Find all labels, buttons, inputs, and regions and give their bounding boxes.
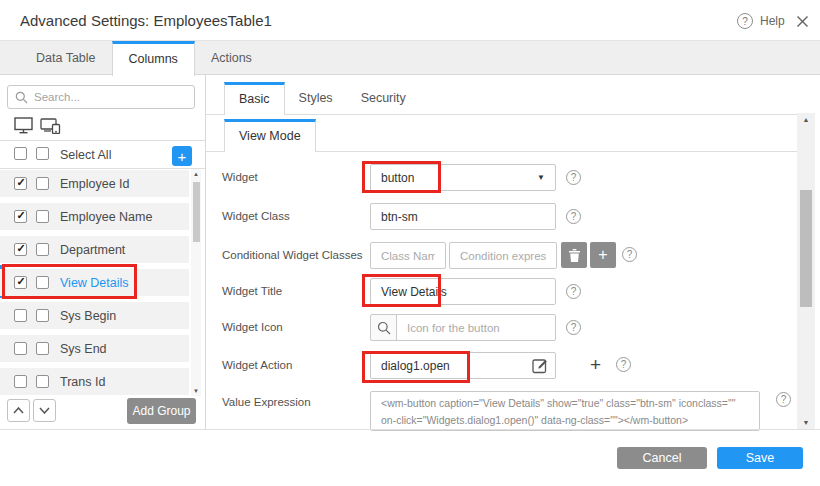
column-row-sys-begin[interactable]: Sys Begin [0, 302, 189, 329]
search-box[interactable] [7, 85, 195, 109]
web-checkbox[interactable] [14, 276, 27, 289]
search-icon [15, 91, 28, 104]
select-all-web-checkbox[interactable] [14, 147, 27, 160]
scroll-down-icon[interactable]: ▼ [191, 388, 201, 394]
mobile-checkbox[interactable] [36, 342, 49, 355]
condition-expression-input[interactable] [449, 242, 557, 269]
tab-security[interactable]: Security [347, 82, 420, 115]
column-label: Sys Begin [60, 309, 116, 323]
save-button[interactable]: Save [717, 447, 803, 469]
web-checkbox[interactable] [14, 309, 27, 322]
move-down-button[interactable] [33, 399, 56, 422]
mobile-checkbox[interactable] [36, 177, 49, 190]
column-row-view-details[interactable]: View Details [0, 269, 189, 296]
tab-data-table[interactable]: Data Table [20, 41, 112, 75]
icon-search-addon[interactable] [370, 314, 397, 341]
delete-condition-button[interactable] [561, 242, 587, 268]
tab-columns[interactable]: Columns [112, 41, 195, 76]
widget-title-label: Widget Title [222, 285, 282, 297]
select-all-label: Select All [60, 148, 111, 162]
search-input[interactable] [34, 91, 187, 103]
tab-actions[interactable]: Actions [195, 41, 268, 75]
widget-action-label: Widget Action [222, 359, 292, 371]
widget-action-help-icon[interactable]: ? [616, 357, 631, 372]
panel-tab-bar: Basic Styles Security [224, 82, 420, 115]
mobile-checkbox[interactable] [36, 210, 49, 223]
value-expression-help-icon[interactable]: ? [776, 392, 791, 407]
dialog-header: Advanced Settings: EmployeesTable1 ? Hel… [0, 0, 820, 41]
help-icon[interactable]: ? [737, 13, 753, 29]
mobile-checkbox[interactable] [36, 375, 49, 388]
widget-action-input[interactable] [370, 352, 556, 379]
add-column-button[interactable]: + [172, 146, 192, 166]
mobile-checkbox[interactable] [36, 276, 49, 289]
scroll-thumb[interactable] [800, 190, 812, 307]
add-condition-button[interactable]: + [590, 242, 616, 268]
panel-scrollbar[interactable]: ▲ ▼ [797, 113, 815, 429]
dialog-title: Advanced Settings: EmployeesTable1 [20, 12, 272, 29]
web-checkbox[interactable] [14, 243, 27, 256]
widget-title-input[interactable] [370, 278, 556, 305]
web-checkbox[interactable] [14, 375, 27, 388]
scroll-up-icon[interactable]: ▲ [191, 171, 201, 177]
widget-help-icon[interactable]: ? [566, 170, 581, 185]
add-group-button[interactable]: Add Group [127, 398, 196, 424]
cancel-button[interactable]: Cancel [617, 447, 707, 469]
widget-class-input[interactable] [370, 203, 556, 230]
widget-icon-input[interactable] [396, 314, 556, 341]
web-checkbox[interactable] [14, 177, 27, 190]
value-expression-label: Value Expression [222, 396, 311, 408]
select-all-mobile-checkbox[interactable] [36, 147, 49, 160]
column-row-employee-name[interactable]: Employee Name [0, 203, 189, 230]
class-name-input[interactable] [370, 242, 446, 269]
widget-select[interactable]: button ▼ [370, 164, 556, 191]
search-icon [377, 321, 391, 335]
sidebar-divider [205, 75, 206, 429]
trash-icon [569, 249, 580, 262]
column-label: Department [60, 243, 125, 257]
sidebar-scrollbar[interactable]: ▲ ▼ [191, 169, 201, 396]
close-icon[interactable] [796, 14, 809, 32]
column-label: Employee Id [60, 177, 129, 191]
scroll-thumb[interactable] [193, 182, 200, 242]
widget-label: Widget [222, 171, 258, 183]
widget-icon-label: Widget Icon [222, 321, 283, 333]
dropdown-caret-icon: ▼ [537, 173, 545, 182]
footer-divider [0, 429, 820, 430]
divider [0, 168, 205, 169]
widget-icon-help-icon[interactable]: ? [566, 320, 581, 335]
move-up-button[interactable] [7, 399, 30, 422]
help-label[interactable]: Help [760, 14, 785, 28]
scroll-up-icon[interactable]: ▲ [797, 116, 815, 123]
widget-class-label: Widget Class [222, 210, 290, 222]
widget-title-help-icon[interactable]: ? [566, 284, 581, 299]
column-label: Sys End [60, 342, 107, 356]
column-row-sys-end[interactable]: Sys End [0, 335, 189, 362]
divider [0, 140, 205, 141]
desktop-icon[interactable] [14, 117, 33, 138]
widget-class-help-icon[interactable]: ? [566, 209, 581, 224]
conditional-classes-label: Conditional Widget Classes [222, 249, 363, 261]
web-checkbox[interactable] [14, 210, 27, 223]
column-row-employee-id[interactable]: Employee Id [0, 170, 189, 197]
tab-view-mode[interactable]: View Mode [224, 119, 316, 152]
column-row-trans-id[interactable]: Trans Id [0, 368, 189, 395]
widget-select-value: button [381, 171, 414, 185]
web-checkbox[interactable] [14, 342, 27, 355]
column-label: View Details [60, 276, 129, 290]
conditional-classes-help-icon[interactable]: ? [622, 247, 637, 262]
scroll-down-icon[interactable]: ▼ [797, 419, 815, 426]
mobile-checkbox[interactable] [36, 243, 49, 256]
column-label: Trans Id [60, 375, 105, 389]
tab-basic[interactable]: Basic [224, 82, 285, 115]
main-tab-bar: Data Table Columns Actions [0, 41, 820, 75]
column-row-department[interactable]: Department [0, 236, 189, 263]
column-label: Employee Name [60, 210, 152, 224]
mobile-devices-icon[interactable] [40, 117, 61, 138]
value-expression-textarea[interactable]: <wm-button caption="View Details" show="… [370, 391, 760, 431]
tab-styles[interactable]: Styles [285, 82, 347, 115]
add-action-icon[interactable]: + [590, 354, 601, 376]
mobile-checkbox[interactable] [36, 309, 49, 322]
edit-action-icon[interactable] [532, 357, 549, 378]
